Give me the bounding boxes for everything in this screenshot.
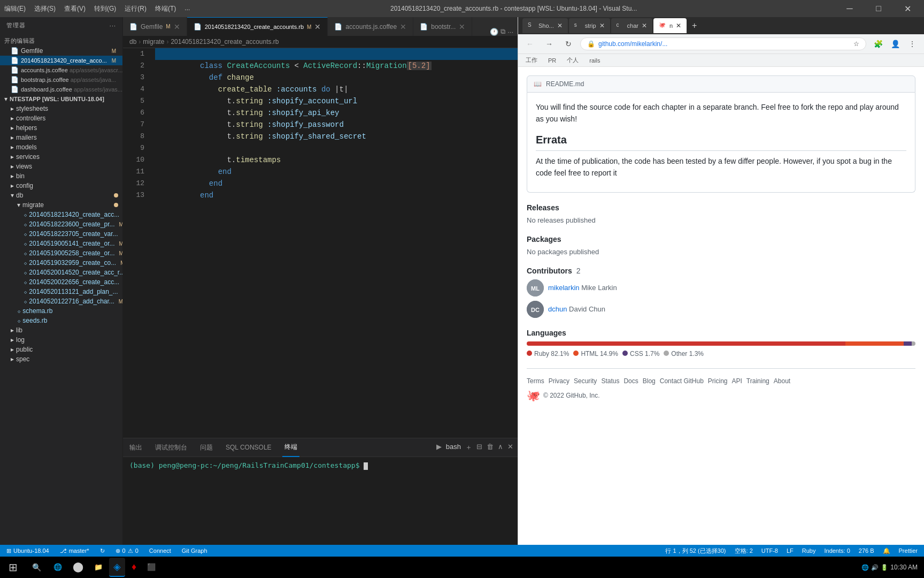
close-tab-icon[interactable]: ✕ <box>400 22 406 31</box>
back-button[interactable]: ← <box>522 36 537 51</box>
terminal-collapse-icon[interactable]: ∧ <box>498 443 503 452</box>
status-errors[interactable]: ⊗ 0 ⚠ 0 <box>113 547 141 554</box>
file-migration-8[interactable]: ⬦ 20140520022656_create_acc... M <box>0 277 122 287</box>
open-editors-section[interactable]: 开的编辑器 <box>0 34 122 46</box>
tab-gemfile[interactable]: 📄 Gemfile M ✕ <box>123 17 187 36</box>
bookmark-personal[interactable]: 个人 <box>564 55 582 65</box>
terminal-close-icon[interactable]: ✕ <box>507 443 513 452</box>
breadcrumb-migrate[interactable]: migrate <box>143 38 164 45</box>
browser-tab-strip[interactable]: s strip ✕ <box>569 18 610 33</box>
status-position[interactable]: 行 1，列 52 (已选择30) <box>663 547 728 555</box>
search-button[interactable]: 🔍 <box>26 557 47 578</box>
window-controls[interactable]: ─ □ ✕ <box>837 0 920 17</box>
status-wsl[interactable]: ⊞ Ubuntu-18.04 <box>4 547 51 554</box>
file-migration-4[interactable]: ⬦ 20140519005141_create_or... M <box>0 239 122 248</box>
close-browser-tab-icon[interactable]: ✕ <box>599 22 605 29</box>
folder-models[interactable]: ▸ models <box>0 142 122 152</box>
browser-tab-n[interactable]: 🐙 n ✕ <box>653 18 687 33</box>
taskbar-edge[interactable]: 🌐 <box>49 558 66 577</box>
minimize-button[interactable]: ─ <box>837 0 862 17</box>
network-icon[interactable]: 🌐 <box>861 564 869 571</box>
close-tab-icon[interactable]: ✕ <box>174 22 180 31</box>
close-browser-tab-icon[interactable]: ✕ <box>642 22 647 29</box>
file-seeds[interactable]: ⬦ seeds.rb <box>0 316 122 325</box>
footer-status[interactable]: Status <box>601 377 619 385</box>
menu-more[interactable]: ... <box>184 4 190 13</box>
footer-api[interactable]: API <box>732 377 742 385</box>
footer-docs[interactable]: Docs <box>623 377 638 385</box>
history-icon[interactable]: 🕐 <box>490 28 498 36</box>
avatar-mikelarkin[interactable]: ML <box>527 279 544 296</box>
code-editor[interactable]: 12345 678910 111213 class CreateAccounts… <box>123 48 518 438</box>
terminal-trash-icon[interactable]: 🗑 <box>487 443 494 452</box>
reload-button[interactable]: ↻ <box>561 36 576 51</box>
status-encoding[interactable]: UTF-8 <box>759 547 780 555</box>
menu-edit[interactable]: 编辑(E) <box>4 4 26 13</box>
folder-spec[interactable]: ▸ spec <box>0 354 122 364</box>
folder-config[interactable]: ▸ config <box>0 181 122 191</box>
menu-bar[interactable]: 编辑(E) 选择(S) 查看(V) 转到(G) 运行(R) 终端(T) ... <box>4 4 190 13</box>
browser-tab-sho[interactable]: S Sho... ✕ <box>522 18 568 33</box>
bookmark-rails[interactable]: rails <box>586 56 603 65</box>
footer-about[interactable]: About <box>774 377 790 385</box>
open-editor-accounts-coffee[interactable]: 📄 accounts.js.coffee app/assets/javascr.… <box>0 65 122 75</box>
status-indents[interactable]: Indents: 0 <box>822 547 852 555</box>
footer-pricing[interactable]: Pricing <box>708 377 728 385</box>
open-editor-gemfile[interactable]: 📄 Gemfile M <box>0 46 122 56</box>
folder-bin[interactable]: ▸ bin <box>0 171 122 181</box>
tab-sql[interactable]: SQL CONSOLE <box>224 438 274 457</box>
folder-db[interactable]: ▾ db <box>0 191 122 200</box>
footer-privacy[interactable]: Privacy <box>549 377 569 385</box>
menu-select[interactable]: 选择(S) <box>34 4 56 13</box>
profile-icon[interactable]: 👤 <box>888 36 903 51</box>
status-branch[interactable]: ⎇ master* <box>58 547 91 554</box>
terminal-add-icon[interactable]: ＋ <box>465 443 472 452</box>
browser-more-icon[interactable]: ⋮ <box>905 36 920 51</box>
url-bar[interactable]: 🔒 github.com/mikelarkin/... ☆ <box>580 37 866 50</box>
close-tab-icon[interactable]: ✕ <box>459 22 465 31</box>
folder-migrate[interactable]: ▾ migrate <box>0 200 122 210</box>
file-migration-3[interactable]: ⬦ 20140518223705_create_var... M <box>0 229 122 239</box>
tab-output[interactable]: 输出 <box>127 438 144 457</box>
file-migration-6[interactable]: ⬦ 20140519032959_create_co... M <box>0 258 122 268</box>
breadcrumb-db[interactable]: db <box>129 38 136 45</box>
status-language[interactable]: Ruby <box>800 547 818 555</box>
extensions-icon[interactable]: 🧩 <box>871 36 886 51</box>
file-migration-7[interactable]: ⬦ 20140520014520_create_acc_r... M <box>0 268 122 277</box>
taskbar-explorer[interactable]: 📁 <box>90 558 107 577</box>
folder-stylesheets[interactable]: ▸ stylesheets <box>0 104 122 113</box>
folder-mailers[interactable]: ▸ mailers <box>0 133 122 142</box>
footer-security[interactable]: Security <box>574 377 597 385</box>
status-size[interactable]: 276 B <box>857 547 876 555</box>
folder-lib[interactable]: ▸ lib <box>0 325 122 335</box>
terminal-run-icon[interactable]: ▶ <box>436 443 442 452</box>
start-button[interactable]: ⊞ <box>2 557 24 578</box>
terminal-body[interactable]: (base) peng@peng-pc:~/peng/RailsTrainCam… <box>123 457 518 545</box>
status-line-ending[interactable]: LF <box>784 547 796 555</box>
folder-helpers[interactable]: ▸ helpers <box>0 123 122 133</box>
tab-migration[interactable]: 📄 20140518213420_create_accounts.rb M ✕ <box>187 17 328 36</box>
menu-terminal[interactable]: 终端(T) <box>155 4 176 13</box>
sidebar-more-icon[interactable]: ··· <box>110 22 116 29</box>
folder-controllers[interactable]: ▸ controllers <box>0 113 122 123</box>
username-mikelarkin[interactable]: mikelarkin <box>548 284 580 292</box>
footer-training[interactable]: Training <box>746 377 769 385</box>
maximize-button[interactable]: □ <box>866 0 891 17</box>
folder-log[interactable]: ▸ log <box>0 335 122 345</box>
code-content[interactable]: class CreateAccounts < ActiveRecord::Mig… <box>150 48 518 438</box>
taskbar-vscode[interactable]: ◈ <box>109 558 125 577</box>
tab-accounts-coffee[interactable]: 📄 accounts.js.coffee ✕ <box>328 17 413 36</box>
menu-run[interactable]: 运行(R) <box>125 4 147 13</box>
system-time[interactable]: 10:30 AM <box>890 564 918 571</box>
folder-views[interactable]: ▸ views <box>0 162 122 171</box>
terminal-split-icon[interactable]: ⊟ <box>476 443 482 452</box>
open-editor-migration[interactable]: 📄 20140518213420_create_acco... M <box>0 56 122 65</box>
file-migration-9[interactable]: ⬦ 20140520113121_add_plan_... M <box>0 287 122 296</box>
status-bell-icon[interactable]: 🔔 <box>881 547 892 555</box>
menu-go[interactable]: 转到(G) <box>94 4 116 13</box>
bookmark-work[interactable]: 工作 <box>522 55 541 65</box>
file-schema[interactable]: ⬦ schema.rb <box>0 306 122 316</box>
footer-blog[interactable]: Blog <box>643 377 656 385</box>
bookmark-pr[interactable]: PR <box>545 56 559 65</box>
tab-bootstrap[interactable]: 📄 bootstr... ✕ <box>413 17 472 36</box>
